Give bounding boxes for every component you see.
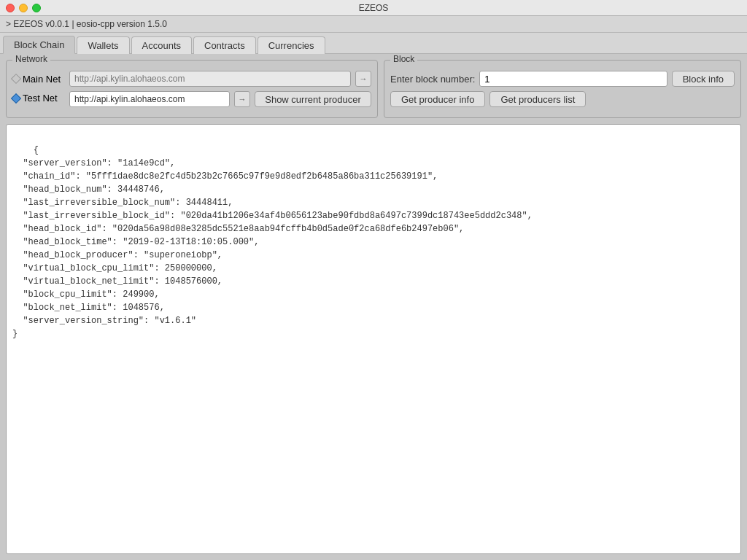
tab-currencies[interactable]: Currencies xyxy=(258,36,325,54)
tab-blockchain[interactable]: Block Chain xyxy=(3,36,75,54)
block-info-button[interactable]: Block info xyxy=(672,71,735,87)
main-net-input[interactable] xyxy=(69,71,351,87)
network-panel-title: Network xyxy=(12,54,50,64)
block-panel: Block Enter block number: Block info Get… xyxy=(384,60,741,118)
tab-wallets[interactable]: Wallets xyxy=(77,36,129,54)
show-current-producer-button[interactable]: Show current producer xyxy=(255,91,371,107)
minimize-button[interactable] xyxy=(19,4,28,12)
close-button[interactable] xyxy=(6,4,15,12)
network-panel: Network Main Net → Test Net → Show curre… xyxy=(6,60,378,118)
version-bar: > EZEOS v0.0.1 | eosio-cpp version 1.5.0 xyxy=(0,16,747,33)
main-net-arrow-button[interactable]: → xyxy=(355,71,371,87)
panels-row: Network Main Net → Test Net → Show curre… xyxy=(6,60,741,118)
test-net-arrow-button[interactable]: → xyxy=(234,91,250,107)
output-text: { "server_version": "1a14e9cd", "chain_i… xyxy=(12,145,533,339)
window-title: EZEOS xyxy=(359,3,389,13)
block-number-label: Enter block number: xyxy=(390,74,475,85)
test-net-label: Test Net xyxy=(12,93,65,104)
test-net-row: Test Net → Show current producer xyxy=(12,91,371,107)
title-bar: EZEOS xyxy=(0,0,747,16)
block-number-input[interactable] xyxy=(479,71,667,87)
main-net-icon xyxy=(11,74,21,84)
test-net-icon xyxy=(11,93,21,103)
tab-contracts[interactable]: Contracts xyxy=(193,36,256,54)
block-panel-title: Block xyxy=(390,54,417,64)
block-buttons-row: Get producer info Get producers list xyxy=(390,91,735,107)
main-net-label: Main Net xyxy=(12,74,65,85)
tab-accounts[interactable]: Accounts xyxy=(131,36,192,54)
maximize-button[interactable] xyxy=(32,4,41,12)
output-area: { "server_version": "1a14e9cd", "chain_i… xyxy=(6,124,741,554)
block-number-row: Enter block number: Block info xyxy=(390,71,735,87)
main-content: Network Main Net → Test Net → Show curre… xyxy=(0,54,747,560)
get-producer-info-button[interactable]: Get producer info xyxy=(390,91,485,107)
get-producers-list-button[interactable]: Get producers list xyxy=(489,91,586,107)
tab-bar: Block Chain Wallets Accounts Contracts C… xyxy=(0,33,747,54)
version-text: > EZEOS v0.0.1 | eosio-cpp version 1.5.0 xyxy=(6,19,167,29)
traffic-lights xyxy=(6,4,41,12)
test-net-input[interactable] xyxy=(69,91,230,107)
main-net-row: Main Net → xyxy=(12,71,371,87)
